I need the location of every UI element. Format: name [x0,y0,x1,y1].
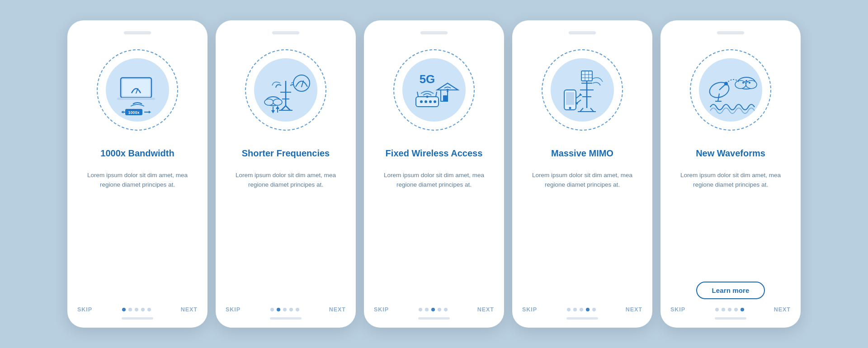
dots-mimo [567,308,596,311]
dot-0 [419,308,422,311]
phone-speaker-4 [569,31,596,34]
wireless-icon: 5G [402,58,466,122]
next-button-frequencies[interactable]: NEXT [329,306,346,313]
svg-point-37 [426,96,429,98]
card-title-waveforms: New Waveforms [696,142,765,165]
illustration-frequencies [238,42,333,137]
svg-line-42 [580,108,583,112]
svg-point-19 [264,99,274,105]
home-bar-frequencies [270,317,302,320]
dot-2 [580,308,583,311]
phone-speaker-5 [717,31,744,34]
skip-button-wireless[interactable]: SKIP [374,306,389,313]
dot-3 [141,308,145,311]
dot-3 [586,308,590,311]
phone-speaker-3 [420,31,448,34]
svg-text:5G: 5G [420,72,435,86]
next-button-waveforms[interactable]: NEXT [774,306,791,313]
dot-2 [283,308,287,311]
svg-point-31 [420,100,423,103]
nav-row-wireless: SKIP NEXT [374,304,494,313]
card-desc-bandwidth: Lorem ipsum dolor sit dim amet, mea regi… [77,171,198,235]
waveforms-icon [699,58,762,122]
next-button-mimo[interactable]: NEXT [626,306,642,313]
svg-rect-28 [443,95,448,101]
dot-0 [270,308,274,311]
card-title-frequencies: Shorter Frequencies [242,142,330,165]
card-title-bandwidth: 1000x Bandwidth [100,142,174,165]
dot-4 [147,308,151,311]
svg-marker-54 [579,93,582,96]
card-desc-wireless: Lorem ipsum dolor sit dim amet, mea regi… [374,171,494,235]
nav-row-frequencies: SKIP NEXT [226,304,346,313]
frequencies-icon [254,58,317,122]
svg-point-29 [447,90,448,92]
card-desc-mimo: Lorem ipsum dolor sit dim amet, mea regi… [522,171,642,235]
home-bar-bandwidth [122,317,153,320]
card-frequencies: Shorter Frequencies Lorem ipsum dolor si… [216,20,356,328]
dot-0 [715,308,719,311]
svg-marker-9 [121,111,123,113]
card-bandwidth: 1000x 1000x Bandwidth Lorem ipsum dolor … [67,20,208,328]
home-bar-waveforms [715,317,746,320]
phone-speaker [124,31,151,34]
card-title-wireless: Fixed Wireless Access [386,142,483,165]
illustration-waveforms [683,42,778,137]
home-bar-mimo [566,317,598,320]
dot-1 [128,308,132,311]
bandwidth-icon: 1000x [108,61,167,119]
dot-2 [431,308,435,311]
svg-point-33 [429,100,432,103]
learn-more-button[interactable]: Learn more [696,282,764,299]
nav-row-bandwidth: SKIP NEXT [77,304,198,313]
card-mimo: Massive MIMO Lorem ipsum dolor sit dim a… [512,20,652,328]
svg-line-11 [286,106,290,110]
dot-1 [425,308,429,311]
dot-4 [592,308,596,311]
svg-point-63 [735,80,746,89]
illustration-mimo [535,42,630,137]
home-bar-wireless [418,317,450,320]
illustration-bandwidth: 1000x [90,42,185,137]
svg-rect-51 [566,92,574,105]
svg-point-16 [293,75,310,91]
skip-button-frequencies[interactable]: SKIP [226,306,241,313]
svg-marker-24 [276,106,279,109]
mimo-icon [551,58,614,122]
dots-waveforms [715,308,744,311]
next-button-bandwidth[interactable]: NEXT [181,306,198,313]
dot-4 [444,308,448,311]
svg-point-32 [425,100,427,103]
dot-0 [567,308,571,311]
svg-marker-22 [271,110,275,113]
dot-1 [277,308,280,311]
dot-1 [722,308,725,311]
svg-rect-3 [117,98,155,100]
svg-rect-45 [581,71,592,81]
card-title-mimo: Massive MIMO [551,142,613,165]
card-desc-frequencies: Lorem ipsum dolor sit dim amet, mea regi… [226,171,346,235]
svg-point-20 [273,99,282,105]
illustration-wireless: 5G [387,42,481,137]
svg-line-43 [590,108,594,112]
dot-2 [135,308,138,311]
nav-row-mimo: SKIP NEXT [522,304,642,313]
next-button-wireless[interactable]: NEXT [477,306,494,313]
card-waveforms: New Waveforms Lorem ipsum dolor sit dim … [660,20,801,328]
svg-point-52 [569,107,571,109]
svg-line-36 [436,92,437,97]
skip-button-mimo[interactable]: SKIP [522,306,537,313]
cards-container: 1000x 1000x Bandwidth Lorem ipsum dolor … [58,11,810,337]
dot-0 [122,308,126,311]
skip-button-bandwidth[interactable]: SKIP [77,306,92,313]
skip-button-waveforms[interactable]: SKIP [670,306,685,313]
dot-2 [728,308,731,311]
svg-text:1000x: 1000x [128,110,139,115]
dot-1 [573,308,577,311]
dots-wireless [419,308,448,311]
dot-3 [438,308,441,311]
svg-line-10 [281,106,286,110]
nav-row-waveforms: SKIP NEXT [670,304,791,313]
svg-line-35 [417,92,418,97]
svg-marker-7 [149,111,151,113]
